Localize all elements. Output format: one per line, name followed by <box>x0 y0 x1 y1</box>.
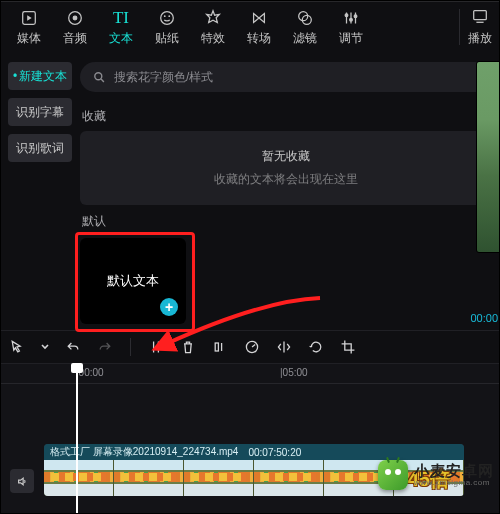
tab-label: 播放 <box>468 30 492 47</box>
clip-thumbs: 45倍 <box>44 460 464 496</box>
track-mute-button[interactable] <box>10 469 34 493</box>
text-content: 搜索花字颜色/样式 收藏 暂无收藏 收藏的文本将会出现在这里 默认 默认文本 + <box>80 54 500 330</box>
redo-button[interactable] <box>96 338 114 356</box>
adjust-icon <box>342 8 360 28</box>
tab-label: 特效 <box>201 30 225 47</box>
clip-header: 格式工厂 屏幕录像20210914_224734.mp4 00:07:50:20 <box>44 444 464 460</box>
default-card-text: 默认文本 <box>107 272 159 290</box>
delete-button[interactable] <box>179 338 197 356</box>
svg-point-10 <box>354 14 357 17</box>
tab-sticker[interactable]: 贴纸 <box>144 0 190 54</box>
search-placeholder: 搜索花字颜色/样式 <box>114 69 213 86</box>
favorites-empty: 暂无收藏 收藏的文本将会出现在这里 <box>80 131 492 205</box>
video-clip[interactable]: 格式工厂 屏幕录像20210914_224734.mp4 00:07:50:20… <box>44 444 464 496</box>
svg-point-3 <box>161 11 174 24</box>
player-icon <box>471 7 489 28</box>
sidebar-item-lyrics[interactable]: 识别歌词 <box>8 134 72 162</box>
fav-empty-sub: 收藏的文本将会出现在这里 <box>214 171 358 188</box>
select-tool[interactable] <box>8 338 26 356</box>
sidebar-item-subtitle[interactable]: 识别字幕 <box>8 98 72 126</box>
sidebar-label: 识别歌词 <box>16 140 64 157</box>
filter-icon <box>296 8 314 28</box>
speed-button[interactable] <box>243 338 261 356</box>
tab-media[interactable]: 媒体 <box>6 0 52 54</box>
sidebar-item-new-text[interactable]: •新建文本 <box>8 62 72 90</box>
tab-label: 文本 <box>109 30 133 47</box>
svg-point-8 <box>345 13 348 16</box>
transition-icon <box>250 8 268 28</box>
svg-rect-11 <box>474 11 487 20</box>
svg-point-5 <box>168 15 170 17</box>
tab-text[interactable]: TI 文本 <box>98 0 144 54</box>
sidebar-label: 识别字幕 <box>16 104 64 121</box>
tab-audio[interactable]: 音频 <box>52 0 98 54</box>
add-text-button[interactable]: + <box>160 298 178 316</box>
playhead[interactable] <box>76 364 78 514</box>
effect-icon <box>204 8 222 28</box>
preview-time: 00:00 <box>470 312 498 324</box>
default-text-card[interactable]: 默认文本 + <box>80 238 186 324</box>
tab-player[interactable]: 播放 <box>460 0 500 54</box>
svg-point-12 <box>95 73 102 80</box>
tab-label: 音频 <box>63 30 87 47</box>
svg-point-2 <box>73 16 77 20</box>
section-fav-label: 收藏 <box>82 108 492 125</box>
rotate-button[interactable] <box>307 338 325 356</box>
default-area: 默认文本 + <box>80 238 492 330</box>
ruler-mark-1: |05:00 <box>280 367 308 378</box>
sidebar-label: 新建文本 <box>19 68 67 85</box>
split-left-button[interactable] <box>211 338 229 356</box>
text-icon: TI <box>113 8 129 28</box>
tab-transition[interactable]: 转场 <box>236 0 282 54</box>
mirror-button[interactable] <box>275 338 293 356</box>
preview-thumb <box>476 61 500 253</box>
tab-adjust[interactable]: 调节 <box>328 0 374 54</box>
timeline[interactable]: |00:00 |05:00 格式工厂 屏幕录像20210914_224734.m… <box>0 364 500 514</box>
clip-name: 格式工厂 屏幕录像20210914_224734.mp4 <box>50 445 238 459</box>
module-tabs: 媒体 音频 TI 文本 贴纸 特效 转场 滤镜 调节 播放 <box>0 0 500 54</box>
fav-empty-title: 暂无收藏 <box>262 148 310 165</box>
tab-effect[interactable]: 特效 <box>190 0 236 54</box>
undo-button[interactable] <box>64 338 82 356</box>
tab-label: 转场 <box>247 30 271 47</box>
split-button[interactable] <box>147 338 165 356</box>
tab-label: 媒体 <box>17 30 41 47</box>
tab-label: 调节 <box>339 30 363 47</box>
svg-rect-13 <box>215 343 218 351</box>
tab-label: 贴纸 <box>155 30 179 47</box>
panel-body: •新建文本 识别字幕 识别歌词 搜索花字颜色/样式 收藏 暂无收藏 收藏的文本将… <box>0 54 500 330</box>
crop-button[interactable] <box>339 338 357 356</box>
text-sidebar: •新建文本 识别字幕 识别歌词 <box>0 54 80 330</box>
sticker-icon <box>158 8 176 28</box>
section-default-label: 默认 <box>82 213 492 230</box>
search-input[interactable]: 搜索花字颜色/样式 <box>80 62 492 92</box>
track-area[interactable]: 格式工厂 屏幕录像20210914_224734.mp4 00:07:50:20… <box>0 384 500 514</box>
svg-point-4 <box>164 15 166 17</box>
select-caret-icon[interactable] <box>40 338 50 356</box>
tab-filter[interactable]: 滤镜 <box>282 0 328 54</box>
clip-overlay-text: 45倍 <box>408 466 450 493</box>
media-icon <box>20 8 38 28</box>
audio-icon <box>66 8 84 28</box>
svg-point-9 <box>350 18 353 21</box>
tab-label: 滤镜 <box>293 30 317 47</box>
toolbar-sep <box>130 338 131 356</box>
timeline-toolbar <box>0 330 500 364</box>
clip-duration: 00:07:50:20 <box>248 447 301 458</box>
search-icon <box>92 70 106 84</box>
